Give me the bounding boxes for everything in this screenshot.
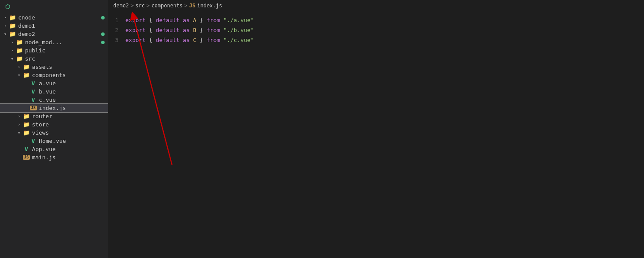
code-area: 1export { default as A } from "./a.vue"2… [108, 11, 644, 258]
token-punct: } [196, 17, 206, 23]
token-punct [190, 17, 193, 23]
tree-item-router[interactable]: ›📁router [0, 112, 108, 120]
tree-item-c_vue[interactable]: Vc.vue [0, 96, 108, 104]
folder-icon: 📁 [16, 47, 23, 54]
token-punct: { [146, 17, 156, 23]
tree-item-demo2[interactable]: ▾📁demo2 [0, 30, 108, 38]
code-content: export { default as A } from "./a.vue" [125, 16, 254, 25]
item-label: cnode [18, 14, 35, 21]
item-label: b.vue [39, 88, 56, 95]
sidebar-title: ⬡ [0, 0, 108, 13]
chevron-icon: ▾ [16, 73, 22, 77]
tree-item-home_vue[interactable]: VHome.vue [0, 137, 108, 145]
vue-file-icon: V [29, 88, 37, 95]
chevron-icon: › [2, 15, 9, 20]
token-punct [220, 27, 223, 33]
item-label: components [32, 72, 66, 78]
token-punct [179, 37, 183, 43]
modified-badge [101, 41, 105, 44]
token-punct [179, 17, 183, 23]
token-kw2: default [156, 37, 179, 43]
tree-item-demo1[interactable]: ›📁demo1 [0, 22, 108, 30]
tree-item-node_mod[interactable]: ›📁node_mod... [0, 38, 108, 46]
js-file-icon: JS [29, 106, 37, 110]
folder-icon: 📁 [22, 129, 30, 136]
modified-badge [101, 16, 105, 19]
chevron-icon: › [2, 23, 9, 28]
token-kw2: as [183, 27, 190, 33]
tree-item-b_vue[interactable]: Vb.vue [0, 87, 108, 96]
tree-item-views[interactable]: ▾📁views [0, 129, 108, 137]
breadcrumb: demo2 > src > components > JS index.js [108, 0, 644, 11]
item-label: index.js [39, 105, 66, 111]
tree-item-main_js[interactable]: JSmain.js [0, 153, 108, 161]
folder-icon: 📁 [16, 39, 23, 45]
token-punct [179, 27, 183, 33]
token-str: "./b.vue" [223, 27, 254, 33]
code-line: 2export { default as B } from "./b.vue" [108, 26, 644, 35]
tree-item-components[interactable]: ▾📁components [0, 71, 108, 79]
editor-panel: demo2 > src > components > JS index.js 1… [108, 0, 644, 258]
item-label: a.vue [39, 80, 56, 87]
folder-icon: 📁 [9, 14, 16, 21]
vue-file-icon: V [29, 80, 37, 87]
tree-item-cnode[interactable]: ›📁cnode [0, 13, 108, 22]
folder-icon: 📁 [9, 23, 16, 29]
line-number: 3 [108, 36, 125, 45]
tree-item-index_js[interactable]: JSindex.js [0, 104, 108, 112]
item-label: assets [32, 64, 52, 70]
tree-item-public[interactable]: ›📁public [0, 46, 108, 55]
token-punct: { [146, 27, 156, 33]
code-line: 3export { default as C } from "./c.vue" [108, 35, 644, 45]
token-punct: } [196, 27, 206, 33]
tree-item-assets[interactable]: ›📁assets [0, 63, 108, 71]
token-punct: { [146, 37, 156, 43]
chevron-icon: › [16, 64, 22, 69]
token-kw: from [207, 27, 220, 33]
tree-item-src[interactable]: ▾📁src [0, 55, 108, 63]
token-kw2: default [156, 27, 179, 33]
token-punct [190, 27, 193, 33]
token-kw2: default [156, 17, 179, 23]
item-label: store [32, 121, 49, 128]
chevron-icon: ▾ [2, 32, 9, 36]
token-punct [220, 37, 223, 43]
folder-icon: 📁 [22, 64, 30, 70]
modified-badge [101, 32, 105, 36]
tree-item-app_vue[interactable]: VApp.vue [0, 145, 108, 153]
item-label: public [25, 47, 45, 54]
chevron-icon: › [16, 114, 22, 119]
token-str: "./c.vue" [223, 37, 254, 43]
tree-item-a_vue[interactable]: Va.vue [0, 79, 108, 87]
chevron-icon: › [9, 48, 16, 53]
item-label: src [25, 55, 35, 62]
item-label: router [32, 113, 52, 119]
token-kw2: as [183, 17, 190, 23]
item-label: Home.vue [39, 138, 66, 144]
token-punct [190, 37, 193, 43]
code-lines: 1export { default as A } from "./a.vue"2… [108, 16, 644, 45]
folder-icon: 📁 [16, 55, 23, 62]
chevron-icon: › [16, 122, 22, 127]
line-number: 2 [108, 26, 125, 35]
annotation-arrow [108, 11, 644, 258]
folder-icon: 📁 [22, 121, 30, 128]
code-content: export { default as C } from "./c.vue" [125, 36, 254, 45]
code-content: export { default as B } from "./b.vue" [125, 26, 254, 35]
token-punct: } [196, 37, 206, 43]
line-number: 1 [108, 16, 125, 25]
item-label: node_mod... [25, 39, 62, 45]
token-str: "./a.vue" [223, 17, 254, 23]
item-label: demo1 [18, 23, 35, 29]
item-label: views [32, 129, 49, 136]
vue-icon: ⬡ [5, 3, 10, 10]
token-kw: export [125, 17, 146, 23]
item-label: c.vue [39, 97, 56, 103]
item-label: demo2 [18, 31, 35, 37]
token-kw: from [207, 37, 220, 43]
folder-icon: 📁 [22, 113, 30, 119]
js-file-icon: JS [22, 155, 30, 160]
token-kw2: as [183, 37, 190, 43]
tree-item-store[interactable]: ›📁store [0, 120, 108, 129]
folder-icon: 📁 [9, 31, 16, 37]
